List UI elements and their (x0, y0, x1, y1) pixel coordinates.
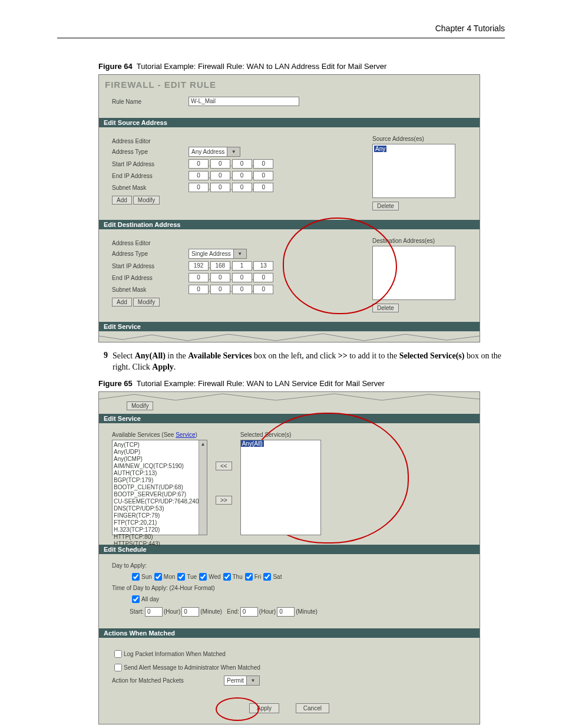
dst-end-1[interactable]: 0 (189, 273, 209, 282)
dst-type-value: Single Address (189, 251, 233, 257)
src-modify-button[interactable]: Modify (133, 196, 160, 205)
available-service-item[interactable]: HTTPS(TCP:443) (114, 541, 199, 548)
selected-item[interactable]: Any(All) (241, 440, 264, 447)
src-mask-4[interactable]: 0 (253, 183, 273, 192)
available-service-item[interactable]: AIM/NEW_ICQ(TCP:5190) (114, 463, 199, 470)
src-start-label: Start IP Address (112, 161, 189, 167)
rule-name-label: Rule Name (112, 98, 189, 105)
day-checkbox[interactable] (177, 573, 185, 581)
available-service-item[interactable]: Any(ICMP) (114, 456, 199, 463)
src-start-1[interactable]: 0 (189, 159, 209, 169)
end-hour[interactable]: 0 (240, 607, 258, 617)
allday-checkbox[interactable] (132, 595, 140, 603)
figure64-title: Tutorial Example: Firewall Rule: WAN to … (137, 62, 387, 71)
dst-start-3[interactable]: 1 (232, 261, 252, 271)
dst-modify-button[interactable]: Modify (133, 298, 160, 307)
src-list[interactable]: Any (372, 144, 455, 198)
rule-name-input[interactable]: W-L_Mail (189, 97, 299, 106)
src-end-1[interactable]: 0 (189, 171, 209, 180)
day-to-apply-label: Day to Apply: (112, 562, 467, 569)
edit-service-bar: Edit Service (99, 322, 480, 331)
day-label: Sat (273, 574, 282, 580)
figure65-label: Figure 65 (98, 379, 133, 388)
start-min[interactable]: 0 (181, 607, 199, 617)
step-9: 9 Select Any(All) in the Available Servi… (98, 351, 505, 373)
scroll-up-icon[interactable]: ▲ (199, 440, 207, 449)
dst-type-select[interactable]: Single Address ▼ (189, 249, 247, 259)
available-service-item[interactable]: BOOTP_SERVER(UDP:67) (114, 491, 199, 498)
day-checkbox[interactable] (245, 573, 253, 581)
src-end-3[interactable]: 0 (232, 171, 252, 180)
time-label: Time of Day to Apply: (24-Hour Format) (112, 585, 467, 591)
dst-end-2[interactable]: 0 (210, 273, 230, 282)
cancel-button[interactable]: Cancel (296, 703, 329, 713)
chevron-down-icon: ▼ (227, 147, 240, 156)
day-checkbox[interactable] (132, 573, 140, 581)
dst-mask-1[interactable]: 0 (189, 285, 209, 294)
day-label: Tue (187, 574, 197, 580)
available-service-item[interactable]: FINGER(TCP:79) (114, 512, 199, 519)
scrollbar-track[interactable] (199, 449, 207, 535)
figure65-screenshot: Modify Edit Service Available Services (… (98, 391, 480, 724)
figure64-label: Figure 64 (98, 62, 133, 71)
available-service-item[interactable]: BOOTP_CLIENT(UDP:68) (114, 484, 199, 491)
available-service-item[interactable]: Any(UDP) (114, 449, 199, 456)
dst-add-button[interactable]: Add (112, 298, 132, 307)
selected-services-list[interactable]: Any(All) (240, 440, 321, 535)
dst-start-2[interactable]: 168 (210, 261, 230, 271)
remove-service-button[interactable]: << (216, 462, 232, 470)
dst-delete-button[interactable]: Delete (372, 304, 399, 312)
day-checkbox[interactable] (223, 573, 231, 581)
src-add-button[interactable]: Add (112, 196, 132, 205)
dst-end-3[interactable]: 0 (232, 273, 252, 282)
dst-start-4[interactable]: 13 (253, 261, 273, 271)
page-rule-top (57, 38, 505, 38)
src-delete-button[interactable]: Delete (372, 202, 399, 210)
action-label: Action for Matched Packets (112, 677, 224, 684)
src-start-3[interactable]: 0 (232, 159, 252, 169)
add-service-button[interactable]: >> (216, 496, 232, 505)
available-service-item[interactable]: DNS(TCP/UDP:53) (114, 505, 199, 512)
dst-start-1[interactable]: 192 (189, 261, 209, 271)
available-service-item[interactable]: CU-SEEME(TCP/UDP:7648,24032) (114, 498, 199, 505)
src-type-select[interactable]: Any Address ▼ (189, 147, 240, 157)
alert-checkbox[interactable] (114, 664, 122, 671)
available-service-item[interactable]: FTP(TCP:20,21) (114, 519, 199, 526)
log-checkbox[interactable] (114, 650, 122, 658)
minute-label-2: (Minute) (296, 608, 318, 615)
src-mask-1[interactable]: 0 (189, 183, 209, 192)
src-type-label: Address Type (112, 149, 189, 155)
action-select[interactable]: Permit ▼ (224, 676, 260, 686)
day-checkbox[interactable] (154, 573, 162, 581)
day-checkbox[interactable] (199, 573, 207, 581)
available-service-item[interactable]: AUTH(TCP:113) (114, 470, 199, 477)
annotation-oval-dest (283, 218, 397, 314)
dst-mask-2[interactable]: 0 (210, 285, 230, 294)
dst-editor-label: Address Editor (112, 240, 189, 246)
start-label: Start: (130, 608, 144, 615)
end-min[interactable]: 0 (277, 607, 295, 617)
src-end-2[interactable]: 0 (210, 171, 230, 180)
top-modify-button[interactable]: Modify (127, 401, 153, 410)
src-end-4[interactable]: 0 (253, 171, 273, 180)
available-service-item[interactable]: H.323(TCP:1720) (114, 526, 199, 533)
src-start-2[interactable]: 0 (210, 159, 230, 169)
src-editor-label: Address Editor (112, 138, 189, 144)
src-start-4[interactable]: 0 (253, 159, 273, 169)
dst-end-4[interactable]: 0 (253, 273, 273, 282)
figure64-screenshot: FIREWALL - EDIT RULE Rule Name W-L_Mail … (98, 74, 480, 342)
available-service-item[interactable]: HTTP(TCP:80) (114, 533, 199, 541)
available-service-item[interactable]: BGP(TCP:179) (114, 477, 199, 484)
day-checkbox[interactable] (263, 573, 271, 581)
available-service-item[interactable]: Any(TCP) (114, 442, 199, 449)
src-mask-3[interactable]: 0 (232, 183, 252, 192)
src-mask-2[interactable]: 0 (210, 183, 230, 192)
service-link[interactable]: Service (176, 431, 195, 438)
day-label: Thu (233, 574, 243, 580)
dst-end-label: End IP Address (112, 275, 189, 281)
dst-mask-4[interactable]: 0 (253, 285, 273, 294)
available-services-list[interactable]: ▲ Any(TCP)Any(UDP)Any(ICMP)AIM/NEW_ICQ(T… (112, 440, 207, 535)
start-hour[interactable]: 0 (145, 607, 163, 617)
dst-mask-3[interactable]: 0 (232, 285, 252, 294)
src-list-item[interactable]: Any (374, 146, 386, 152)
